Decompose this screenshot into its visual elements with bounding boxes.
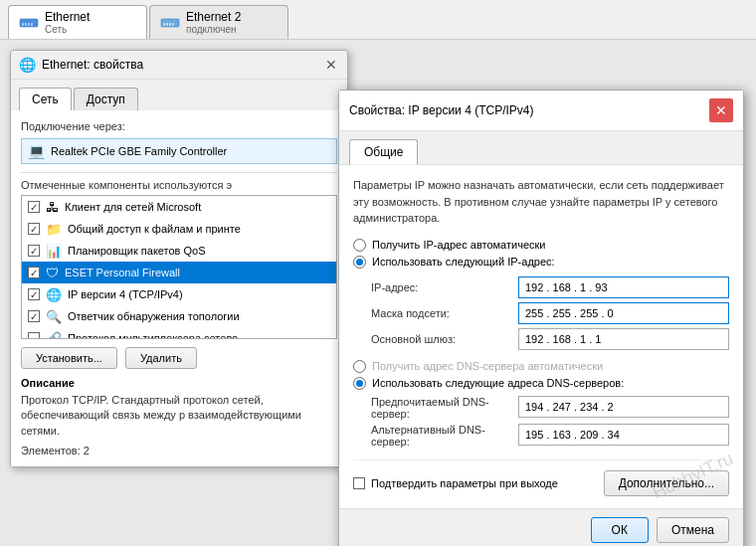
svg-rect-6 <box>163 23 165 26</box>
component-topology[interactable]: 🔍 Ответчик обнаружения топологии <box>22 305 336 327</box>
radio-dns-auto-label: Получить адрес DNS-сервера автоматически <box>372 360 603 372</box>
mask-field[interactable]: 255 . 255 . 255 . 0 <box>518 302 729 324</box>
confirm-label: Подтвердить параметры при выходе <box>371 477 558 489</box>
checkbox-eset[interactable] <box>28 267 40 278</box>
component-label-5: IP версии 4 (TCP/IPv4) <box>68 288 183 300</box>
top-tab-bar: Ethernet Сеть Ethernet 2 подключен <box>0 0 756 40</box>
eth-dialog-close-button[interactable]: ✕ <box>323 57 339 73</box>
ethernet-icon <box>19 16 39 30</box>
remove-button[interactable]: Удалить <box>125 347 197 369</box>
component-label-1: Клиент для сетей Microsoft <box>65 201 201 213</box>
description-section: Описание Протокол TCP/IP. Стандартный пр… <box>21 377 337 439</box>
alternate-dns-field[interactable]: 195 . 163 . 209 . 34 <box>518 424 729 446</box>
ip-dialog-close-button[interactable]: ✕ <box>709 98 733 122</box>
component-buttons: Установить... Удалить <box>21 347 337 369</box>
svg-rect-4 <box>31 23 33 26</box>
preferred-dns-label: Предпочитаемый DNS-сервер: <box>371 396 510 420</box>
component-qos[interactable]: 📊 Планировщик пакетов QoS <box>22 240 336 262</box>
desc-text: Протокол TCP/IP. Стандартный протокол се… <box>21 393 337 439</box>
ipv4-icon: 🌐 <box>46 287 62 302</box>
radio-dns-manual-label: Использовать следующие адреса DNS-сервер… <box>372 377 624 389</box>
tab-ethernet-text: Ethernet Сеть <box>45 10 90 35</box>
component-ipv4[interactable]: 🌐 IP версии 4 (TCP/IPv4) <box>22 283 336 305</box>
radio-auto-label: Получить IP-адрес автоматически <box>372 239 545 251</box>
eth-dialog-titlebar: 🌐 Ethernet: свойства ✕ <box>11 51 347 80</box>
checkbox-topology[interactable] <box>28 310 40 322</box>
dns-fields: Предпочитаемый DNS-сервер: 194 . 247 . 2… <box>371 396 729 448</box>
checkbox-qos[interactable] <box>28 245 40 257</box>
dns-section: Получить адрес DNS-сервера автоматически… <box>353 360 729 448</box>
ip-dialog-titlebar: Свойства: IP версии 4 (TCP/IPv4) ✕ <box>339 91 743 131</box>
components-label: Отмеченные компоненты используются э <box>21 172 337 191</box>
checkbox-file-sharing[interactable] <box>28 223 40 235</box>
ok-cancel-row: ОК Отмена <box>339 508 743 547</box>
radio-btn-dns-auto <box>353 360 366 373</box>
controller-name: Realtek PCIe GBE Family Controller <box>51 145 227 157</box>
component-file-sharing[interactable]: 📁 Общий доступ к файлам и принте <box>22 218 336 240</box>
file-sharing-icon: 📁 <box>46 222 62 237</box>
alternate-dns-label: Альтернативный DNS-сервер: <box>371 424 510 448</box>
ip-dialog-body: Параметры IP можно назначать автоматичес… <box>339 165 743 508</box>
elements-count: Элементов: 2 <box>21 445 337 456</box>
tab-ethernet2-text: Ethernet 2 подключен <box>186 10 241 35</box>
multiplexor-icon: 🔗 <box>46 331 62 340</box>
confirm-checkbox[interactable] <box>353 477 365 489</box>
svg-rect-8 <box>169 23 171 26</box>
confirm-checkbox-row[interactable]: Подтвердить параметры при выходе <box>353 477 558 489</box>
tab-ethernet2[interactable]: Ethernet 2 подключен <box>149 5 288 39</box>
svg-rect-7 <box>166 23 168 26</box>
ok-button[interactable]: ОК <box>591 517 649 543</box>
cancel-button[interactable]: Отмена <box>657 517 729 543</box>
ip-radio-group: Получить IP-адрес автоматически Использо… <box>353 239 729 269</box>
tab-ethernet[interactable]: Ethernet Сеть <box>8 5 147 39</box>
ip-addr-field[interactable]: 192 . 168 . 1 . 93 <box>518 276 729 298</box>
eth-dialog-body: Подключение через: 💻 Realtek PCIe GBE Fa… <box>11 110 347 466</box>
connection-through-label: Подключение через: <box>21 120 337 132</box>
component-label-3: Планировщик пакетов QoS <box>68 245 206 257</box>
microsoft-client-icon: 🖧 <box>46 200 59 215</box>
ethernet2-icon <box>160 16 180 30</box>
topology-icon: 🔍 <box>46 309 62 324</box>
eth-tab-access[interactable]: Доступ <box>74 88 138 110</box>
qos-icon: 📊 <box>46 244 62 259</box>
preferred-dns-field[interactable]: 194 . 247 . 234 . 2 <box>518 396 729 418</box>
radio-dns-manual[interactable]: Использовать следующие адреса DNS-сервер… <box>353 377 729 390</box>
component-microsoft-client[interactable]: 🖧 Клиент для сетей Microsoft <box>22 196 336 218</box>
mask-label: Маска подсети: <box>371 302 510 324</box>
eth-tab-network[interactable]: Сеть <box>19 88 72 110</box>
ip-info-text: Параметры IP можно назначать автоматичес… <box>353 177 729 227</box>
svg-rect-9 <box>172 23 174 26</box>
svg-rect-2 <box>25 23 27 26</box>
component-label-6: Ответчик обнаружения топологии <box>68 310 240 322</box>
radio-btn-dns-manual[interactable] <box>353 377 366 390</box>
ip-dialog-tabs: Общие <box>339 131 743 165</box>
component-multiplexor[interactable]: 🔗 Протокол мультиплексора сетево <box>22 327 336 339</box>
gateway-label: Основной шлюз: <box>371 328 510 350</box>
ip-tab-general[interactable]: Общие <box>349 139 418 165</box>
ip-properties-dialog: Свойства: IP версии 4 (TCP/IPv4) ✕ Общие… <box>338 90 744 546</box>
checkbox-multiplexor[interactable] <box>28 332 40 339</box>
radio-manual-ip[interactable]: Использовать следующий IP-адрес: <box>353 256 729 269</box>
advanced-button[interactable]: Дополнительно... <box>604 470 729 496</box>
component-label-2: Общий доступ к файлам и принте <box>68 223 241 235</box>
gateway-field[interactable]: 192 . 168 . 1 . 1 <box>518 328 729 350</box>
component-list: 🖧 Клиент для сетей Microsoft 📁 Общий дос… <box>21 195 337 339</box>
ip-fields: IP-адрес: 192 . 168 . 1 . 93 Маска подсе… <box>371 276 729 350</box>
component-label-7: Протокол мультиплексора сетево <box>68 332 238 339</box>
radio-dns-auto: Получить адрес DNS-сервера автоматически <box>353 360 729 373</box>
checkbox-ipv4[interactable] <box>28 288 40 300</box>
radio-auto-ip[interactable]: Получить IP-адрес автоматически <box>353 239 729 252</box>
install-button[interactable]: Установить... <box>21 347 117 369</box>
component-label-4: ESET Personal Firewall <box>65 267 180 278</box>
desc-label: Описание <box>21 377 337 389</box>
eth-title-left: 🌐 Ethernet: свойства <box>19 57 143 73</box>
background-area: 🌐 Ethernet: свойства ✕ Сеть Доступ Подкл… <box>0 40 756 546</box>
radio-btn-auto[interactable] <box>353 239 366 252</box>
ethernet-properties-dialog: 🌐 Ethernet: свойства ✕ Сеть Доступ Подкл… <box>10 50 348 467</box>
radio-manual-label: Использовать следующий IP-адрес: <box>372 256 555 268</box>
radio-btn-manual[interactable] <box>353 256 366 269</box>
eth-dialog-title: Ethernet: свойства <box>42 58 143 72</box>
component-eset[interactable]: 🛡 ESET Personal Firewall <box>22 262 336 283</box>
checkbox-microsoft-client[interactable] <box>28 201 40 213</box>
controller-item: 💻 Realtek PCIe GBE Family Controller <box>21 138 337 164</box>
